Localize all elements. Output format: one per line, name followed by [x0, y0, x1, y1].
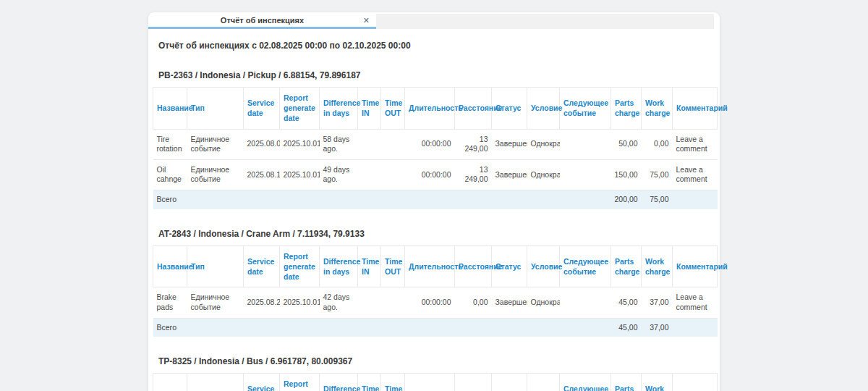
column-header-work-charge: Work charge — [642, 245, 673, 287]
cell-report-generate-date: 2025.10.01 — [280, 159, 320, 190]
column-header-status: Статус — [492, 374, 527, 391]
cell-service-date: 2025.08.20 — [244, 287, 280, 318]
inspection-table: НазваниеТипService dateReport generate d… — [153, 87, 718, 209]
cell-duration: 00:00:00 — [405, 129, 455, 159]
leave-comment-link[interactable]: Leave a comment — [676, 165, 714, 185]
tab-title: Отчёт об инспекциях — [221, 16, 304, 25]
column-header-status: Статус — [492, 88, 527, 130]
table-header-row: НазваниеТипService dateReport generate d… — [153, 374, 718, 391]
leave-comment-link[interactable]: Leave a comment — [676, 135, 714, 154]
cell-type: Единичное событие — [187, 287, 244, 318]
cell-status: Завершено — [492, 129, 527, 159]
column-header-condition: Условие — [527, 245, 560, 287]
column-header-duration: Длительность — [405, 245, 455, 287]
cell-name: Oil cahnge — [153, 159, 187, 190]
column-header-time-out: Time OUT — [381, 88, 405, 130]
column-header-comment: Комментарий — [673, 374, 718, 391]
cell-status: Завершено — [492, 287, 527, 318]
column-header-condition: Условие — [527, 374, 560, 391]
total-parts-charge: 45,00 — [611, 318, 642, 337]
vehicle-section-title: PB-2363 / Indonesia / Pickup / 6.88154, … — [158, 70, 715, 80]
tab-inspection-report[interactable]: Отчёт об инспекциях ✕ — [148, 14, 376, 29]
column-header-work-charge: Work charge — [642, 88, 673, 130]
leave-comment-link[interactable]: Leave a comment — [676, 293, 714, 312]
column-header-type: Тип — [187, 88, 244, 130]
cell-type: Единичное событие — [187, 159, 244, 190]
column-header-distance: Расстояние — [455, 374, 492, 391]
column-header-type: Тип — [187, 374, 244, 391]
inspection-table: НазваниеТипService dateReport generate d… — [153, 373, 718, 391]
table-header-row: НазваниеТипService dateReport generate d… — [153, 245, 718, 287]
column-header-time-out: Time OUT — [381, 245, 405, 287]
total-row: Всего200,0075,00 — [153, 190, 718, 209]
report-content: Отчёт об инспекциях с 02.08.2025 00:00 п… — [148, 41, 720, 391]
column-header-status: Статус — [492, 245, 527, 287]
column-header-parts-charge: Parts charge — [611, 245, 642, 287]
cell-time-in — [358, 159, 381, 190]
column-header-duration: Длительность — [405, 88, 455, 130]
column-header-work-charge: Work charge — [642, 374, 673, 391]
cell-condition: Однократно — [527, 129, 560, 159]
cell-duration: 00:00:00 — [405, 159, 455, 190]
column-header-duration: Длительность — [405, 374, 455, 391]
table-row: Oil cahngeЕдиничное событие2025.08.13202… — [153, 159, 718, 190]
column-header-next-event: Следующее событие — [560, 245, 611, 287]
cell-condition: Однократно — [527, 159, 560, 190]
vehicle-section: TP-8325 / Indonesia / Bus / 6.961787, 80… — [153, 356, 715, 391]
cell-work-charge: 75,00 — [642, 159, 673, 190]
cell-condition: Однократно — [527, 287, 560, 318]
vehicle-section: PB-2363 / Indonesia / Pickup / 6.88154, … — [153, 70, 715, 209]
column-header-name: Название — [153, 245, 187, 287]
cell-difference-in-days: 42 days ago. — [320, 287, 358, 318]
column-header-report-generate-date: Report generate date — [280, 374, 320, 391]
cell-report-generate-date: 2025.10.01 — [280, 287, 320, 318]
total-label: Всего — [153, 190, 611, 209]
column-header-next-event: Следующее событие — [560, 374, 611, 391]
cell-parts-charge: 150,00 — [611, 159, 642, 190]
cell-type: Единичное событие — [187, 129, 244, 159]
column-header-time-in: Time IN — [358, 88, 381, 130]
column-header-name: Название — [153, 88, 187, 130]
cell-difference-in-days: 58 days ago. — [320, 129, 358, 159]
tab-bar-empty-area — [376, 14, 714, 29]
total-label: Всего — [153, 318, 611, 337]
column-header-service-date: Service date — [244, 374, 280, 391]
total-row: Всего45,0037,00 — [153, 318, 718, 337]
cell-name: Tire rotation — [153, 129, 187, 159]
cell-parts-charge: 50,00 — [611, 129, 642, 159]
column-header-parts-charge: Parts charge — [611, 374, 642, 391]
cell-time-in — [358, 287, 381, 318]
column-header-difference-in-days: Difference in days — [320, 245, 358, 287]
cell-distance: 13 249,00 — [455, 159, 492, 190]
column-header-parts-charge: Parts charge — [611, 88, 642, 130]
cell-time-out — [381, 129, 405, 159]
cell-distance: 0,00 — [455, 287, 492, 318]
column-header-time-in: Time IN — [358, 374, 381, 391]
column-header-report-generate-date: Report generate date — [280, 245, 320, 287]
cell-distance: 13 249,00 — [455, 129, 492, 159]
cell-service-date: 2025.08.13 — [244, 159, 280, 190]
close-icon[interactable]: ✕ — [363, 17, 370, 25]
column-header-report-generate-date: Report generate date — [280, 88, 320, 130]
report-window: Отчёт об инспекциях ✕ Отчёт об инспекция… — [148, 12, 720, 391]
cell-next-event — [560, 129, 611, 159]
cell-report-generate-date: 2025.10.01 — [280, 129, 320, 159]
column-header-condition: Условие — [527, 88, 560, 130]
total-parts-charge: 200,00 — [611, 190, 642, 209]
cell-comment: Leave a comment — [673, 159, 718, 190]
total-comment-empty — [673, 190, 718, 209]
column-header-time-out: Time OUT — [381, 374, 405, 391]
column-header-service-date: Service date — [244, 88, 280, 130]
column-header-difference-in-days: Difference in days — [320, 374, 358, 391]
column-header-time-in: Time IN — [358, 245, 381, 287]
cell-comment: Leave a comment — [673, 129, 718, 159]
cell-work-charge: 0,00 — [642, 129, 673, 159]
column-header-type: Тип — [187, 245, 244, 287]
table-row: Tire rotationЕдиничное событие2025.08.04… — [153, 129, 718, 159]
cell-name: Brake pads — [153, 287, 187, 318]
column-header-distance: Расстояние — [455, 88, 492, 130]
cell-time-out — [381, 159, 405, 190]
total-work-charge: 37,00 — [642, 318, 673, 337]
cell-comment: Leave a comment — [673, 287, 718, 318]
vehicle-section-title: AT-2843 / Indonesia / Crane Arm / 7.1193… — [158, 229, 715, 239]
